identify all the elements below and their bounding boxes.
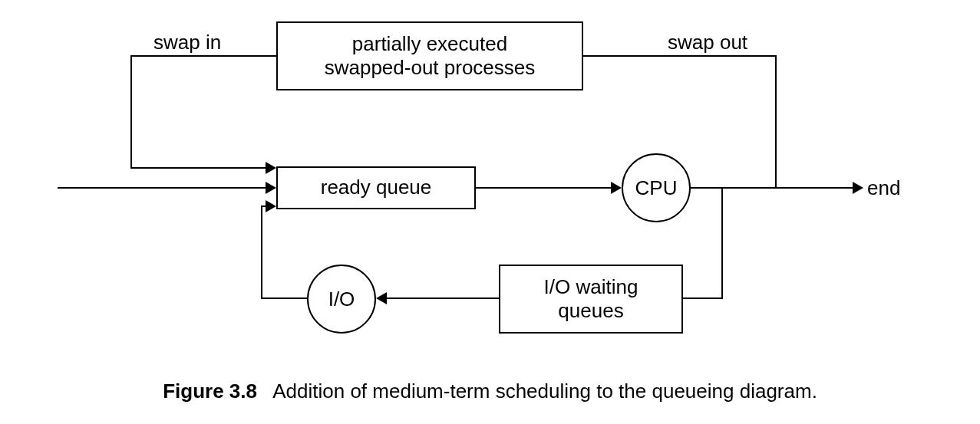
arrow-io-into-ready <box>266 200 276 212</box>
edge-cpu-to-end <box>691 187 856 189</box>
figure-caption: Figure 3.8 Addition of medium-term sched… <box>0 380 980 403</box>
edge-swap-out-horiz <box>583 55 777 57</box>
edge-cpu-to-iowait <box>683 297 723 299</box>
figure-caption-text: Addition of medium-term scheduling to th… <box>272 380 817 403</box>
swapped-out-processes-box: partially executed swapped-out processes <box>276 21 583 90</box>
edge-swap-in-horiz <box>130 55 276 57</box>
io-node: I/O <box>307 265 376 334</box>
edge-swap-in-vert <box>130 55 132 169</box>
arrow-into-cpu <box>611 182 622 194</box>
swap-out-label: swap out <box>668 31 747 54</box>
edge-cpu-down-vert <box>721 187 723 299</box>
ready-queue-box: ready queue <box>276 166 476 209</box>
edge-iowait-to-io <box>384 297 499 299</box>
edge-io-left <box>261 297 307 299</box>
arrow-to-end <box>853 182 863 194</box>
figure-number: Figure 3.8 <box>163 380 257 403</box>
edge-swap-out-vert <box>775 55 777 189</box>
edge-start-to-ready <box>58 187 269 189</box>
swap-in-label: swap in <box>153 31 221 54</box>
edge-ready-to-cpu <box>476 187 614 189</box>
arrow-into-io <box>376 292 387 304</box>
arrow-swap-in-into-ready <box>266 162 276 174</box>
edge-io-up <box>261 205 262 299</box>
diagram-canvas: partially executed swapped-out processes… <box>0 0 980 424</box>
end-label: end <box>867 176 900 200</box>
arrow-into-ready-main <box>266 182 276 194</box>
io-waiting-queues-box: I/O waiting queues <box>499 265 683 334</box>
edge-swap-in-to-ready <box>130 167 269 169</box>
cpu-node: CPU <box>622 153 691 222</box>
